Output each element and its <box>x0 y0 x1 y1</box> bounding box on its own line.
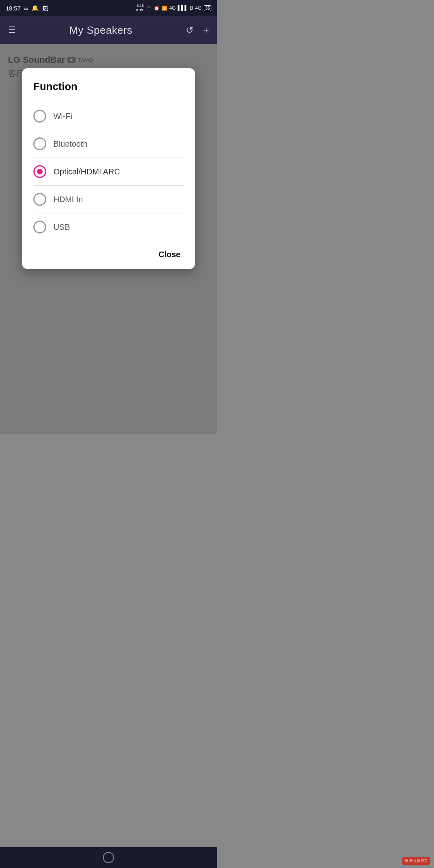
dialog-close-row: Close <box>33 248 184 261</box>
option-wifi[interactable]: Wi-Fi <box>33 102 184 130</box>
full-layout: 18:57 ∞ 🔔 🖼 6.15 KB/S 📱 ⏰ 📶 4G ▌▌▌ B 4G … <box>0 0 217 434</box>
label-optical: Optical/HDMI ARC <box>53 167 120 176</box>
alarm-icon: ⏰ <box>154 6 160 11</box>
add-icon[interactable]: + <box>203 25 209 36</box>
status-right: 6.15 KB/S 📱 ⏰ 📶 4G ▌▌▌ B 4G 35 <box>136 4 211 12</box>
dialog-title: Function <box>33 80 184 93</box>
status-left: 18:57 ∞ 🔔 🖼 <box>6 4 48 12</box>
signal-4g-2: 4G <box>195 5 202 11</box>
close-button[interactable]: Close <box>156 248 184 261</box>
header-icons: ↺ + <box>186 25 209 36</box>
bg-content: LG SoundBar AI ThinQ 客厅 Function Wi-Fi <box>0 44 217 434</box>
label-bluetooth: Bluetooth <box>53 139 88 149</box>
time: 18:57 <box>6 5 21 12</box>
option-bluetooth[interactable]: Bluetooth <box>33 130 184 158</box>
radio-usb[interactable] <box>33 221 46 233</box>
radio-hdmi[interactable] <box>33 193 46 206</box>
menu-icon[interactable]: ☰ <box>8 25 16 35</box>
phone-icon: 📱 <box>146 6 152 11</box>
notification-icon: 🔔 <box>31 4 39 12</box>
signal-bars: ▌▌▌ <box>178 5 188 11</box>
infinity-icon: ∞ <box>24 5 29 12</box>
battery: 35 <box>204 5 211 11</box>
function-dialog: Function Wi-Fi Bluetooth <box>22 68 195 269</box>
signal-icon-b: B <box>190 5 193 11</box>
refresh-icon[interactable]: ↺ <box>186 25 194 36</box>
option-usb[interactable]: USB <box>33 213 184 241</box>
signal-icon-4g: 4G <box>169 5 176 11</box>
radio-optical[interactable] <box>33 165 46 178</box>
radio-inner-optical <box>37 169 43 174</box>
radio-bluetooth[interactable] <box>33 137 46 150</box>
image-icon: 🖼 <box>42 5 48 12</box>
status-bar: 18:57 ∞ 🔔 🖼 6.15 KB/S 📱 ⏰ 📶 4G ▌▌▌ B 4G … <box>0 0 217 16</box>
dialog-overlay: Function Wi-Fi Bluetooth <box>0 44 217 434</box>
radio-wifi[interactable] <box>33 110 46 123</box>
option-optical[interactable]: Optical/HDMI ARC <box>33 158 184 186</box>
label-hdmi: HDMI In <box>53 195 83 204</box>
app-header: ☰ My Speakers ↺ + <box>0 16 217 44</box>
wifi-icon: 📶 <box>162 6 167 11</box>
label-wifi: Wi-Fi <box>53 112 72 121</box>
network-speed: 6.15 KB/S <box>136 4 145 12</box>
option-hdmi[interactable]: HDMI In <box>33 186 184 213</box>
label-usb: USB <box>53 223 70 232</box>
header-title: My Speakers <box>69 24 132 37</box>
